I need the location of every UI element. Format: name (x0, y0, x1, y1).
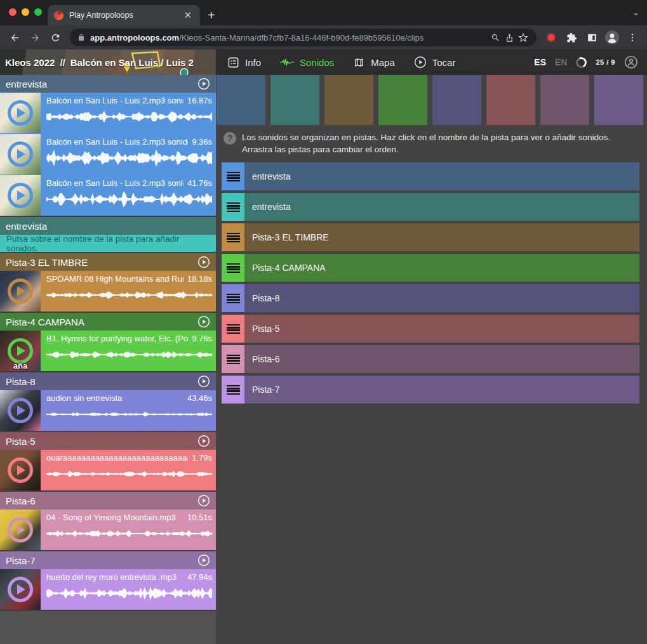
clip-waveform[interactable] (46, 107, 212, 126)
play-overlay-icon[interactable] (8, 398, 33, 423)
sidebar-section-header[interactable]: Pista-4 CAMPANA (0, 313, 216, 331)
clip-item[interactable]: 04 - Song of Yimeng Mountain.mp310.51s (0, 509, 216, 550)
main-track-row[interactable]: entrevista (222, 162, 639, 190)
play-overlay-icon[interactable] (8, 577, 33, 602)
tab-sonidos[interactable]: Sonidos (280, 57, 334, 68)
sidebar-section-header[interactable]: Pista-5 (0, 432, 216, 450)
clip-item[interactable]: ouaraaaaaaaaaaaaaaaaaaaaaaaaaaaaaaaaaaaa… (0, 450, 216, 490)
clip-waveform[interactable] (46, 524, 212, 543)
clip-thumbnail[interactable] (0, 450, 41, 490)
clip-thumbnail[interactable] (0, 175, 41, 216)
track-row-label[interactable]: entrevista (244, 162, 639, 190)
side-panel-icon[interactable] (584, 29, 600, 46)
address-bar[interactable]: app.antropoloops.com/Kleos-Santa-Marina/… (70, 29, 537, 46)
play-overlay-icon[interactable] (8, 457, 33, 483)
lang-en-button[interactable]: EN (555, 57, 567, 67)
clip-waveform[interactable] (46, 584, 212, 603)
forward-button[interactable] (27, 29, 43, 46)
clip-item[interactable]: Balcón en San Luis - Luis 2.mp3 sonido h… (0, 134, 216, 174)
lang-es-button[interactable]: ES (534, 57, 546, 67)
clip-thumbnail[interactable] (0, 569, 41, 610)
clip-item[interactable]: Balcón en San Luis - Luis 2.mp3 sonido h… (0, 93, 216, 133)
play-overlay-icon[interactable] (8, 517, 33, 542)
zoom-page-icon[interactable] (488, 29, 502, 46)
track-play-button[interactable] (197, 375, 210, 388)
breadcrumb[interactable]: Kleos 2022 // Balcón en San Luis / Luis … (5, 49, 194, 75)
clip-thumbnail[interactable] (0, 93, 41, 133)
sidebar-section-header[interactable]: Pista-3 EL TIMBRE (0, 253, 216, 271)
share-icon[interactable] (502, 29, 516, 46)
track-row-label[interactable]: Pista-8 (244, 284, 639, 312)
clip-waveform[interactable] (46, 190, 212, 209)
track-row-label[interactable]: Pista-5 (244, 315, 639, 343)
recording-extension-icon[interactable] (543, 29, 559, 46)
sidebar-section-header[interactable]: Pista-8 (0, 372, 216, 390)
clip-item[interactable]: huerto del rey moro entrevista .mp347.94… (0, 569, 216, 610)
clip-thumbnail[interactable] (0, 271, 41, 312)
play-overlay-icon[interactable] (8, 338, 33, 364)
minimize-window-button[interactable] (22, 8, 29, 16)
clip-waveform[interactable] (46, 345, 212, 364)
track-play-button[interactable] (197, 554, 210, 567)
play-overlay-icon[interactable] (8, 141, 33, 167)
sidebar-section-header[interactable]: entrevista (0, 75, 216, 93)
back-button[interactable] (6, 29, 23, 46)
play-overlay-icon[interactable] (8, 279, 33, 304)
sidebar-section-header[interactable]: Pista-7 (0, 551, 216, 569)
track-row-label[interactable]: Pista-4 CAMPANA (244, 254, 639, 282)
drag-handle[interactable] (222, 162, 244, 190)
clip-thumbnail[interactable] (0, 134, 41, 174)
browser-menu-kebab-icon[interactable] (624, 29, 641, 46)
sidebar-section-header[interactable]: entrevista (0, 217, 216, 235)
track-play-button[interactable] (197, 494, 210, 507)
clip-waveform[interactable] (46, 405, 212, 424)
drag-handle[interactable] (222, 223, 244, 251)
main-track-row[interactable]: entrevista (222, 193, 639, 221)
track-row-label[interactable]: entrevista (244, 193, 639, 221)
clip-thumbnail[interactable] (0, 509, 41, 550)
account-icon[interactable] (624, 55, 638, 69)
main-track-row[interactable]: Pista-6 (222, 345, 639, 373)
track-row-label[interactable]: Pista-7 (244, 376, 639, 404)
main-track-row[interactable]: Pista-7 (222, 376, 639, 404)
bookmark-star-icon[interactable] (516, 29, 530, 46)
play-overlay-icon[interactable] (8, 100, 33, 126)
track-play-button[interactable] (197, 256, 210, 268)
track-row-label[interactable]: Pista-3 EL TIMBRE (244, 223, 639, 251)
tab-mapa[interactable]: Mapa (353, 57, 395, 68)
tab-info[interactable]: Info (227, 56, 261, 69)
main-track-row[interactable]: Pista-8 (222, 284, 639, 312)
reload-button[interactable] (47, 29, 63, 46)
new-tab-button[interactable]: + (208, 9, 215, 22)
drag-handle[interactable] (222, 193, 244, 221)
main-track-row[interactable]: Pista-4 CAMPANA (222, 254, 639, 282)
tab-tocar[interactable]: Tocar (414, 56, 456, 69)
track-play-button[interactable] (197, 315, 210, 328)
drag-handle[interactable] (222, 254, 244, 282)
drag-handle[interactable] (222, 284, 244, 312)
drag-handle[interactable] (222, 345, 244, 373)
play-overlay-icon[interactable] (8, 183, 33, 208)
browser-tab[interactable]: Play Antropoloops ✕ (48, 5, 200, 25)
main-track-row[interactable]: Pista-5 (222, 315, 639, 343)
track-play-button[interactable] (197, 435, 210, 447)
close-window-button[interactable] (9, 8, 17, 16)
breadcrumb-project[interactable]: Kleos 2022 (5, 57, 55, 68)
clip-thumbnail[interactable]: aña (0, 331, 41, 371)
tab-search-chevron-icon[interactable]: ⌄ (632, 8, 639, 17)
clip-waveform[interactable] (46, 148, 212, 168)
drag-handle[interactable] (222, 376, 244, 404)
sidebar-section-header[interactable]: Pista-6 (0, 492, 216, 509)
clip-item[interactable]: Balcón en San Luis - Luis 2.mp3 sonido h… (0, 175, 216, 216)
main-track-row[interactable]: Pista-3 EL TIMBRE (222, 223, 639, 251)
tab-close-icon[interactable]: ✕ (182, 10, 194, 21)
clip-waveform[interactable] (46, 464, 212, 483)
clip-item[interactable]: audion sin entrevista43.46s (0, 390, 216, 431)
profile-avatar[interactable] (604, 29, 620, 46)
zoom-window-button[interactable] (34, 8, 42, 16)
clip-item[interactable]: añaB1. Hymns for purifying water, Etc. (… (0, 331, 216, 371)
drag-handle[interactable] (222, 315, 244, 343)
track-row-label[interactable]: Pista-6 (244, 345, 639, 373)
extensions-puzzle-icon[interactable] (563, 29, 580, 46)
track-play-button[interactable] (197, 77, 210, 90)
